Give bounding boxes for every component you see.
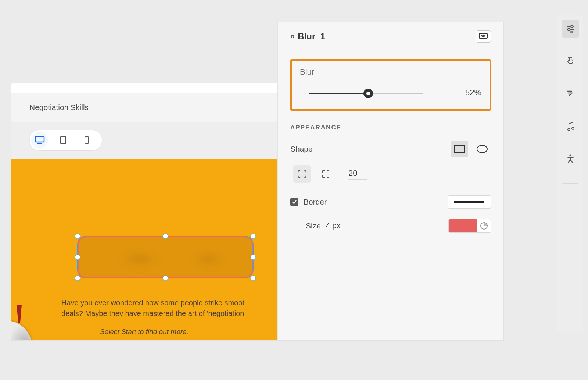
body-line-2: deals? Maybe they have mastered the art … (61, 308, 277, 319)
rectangle-icon (454, 145, 465, 153)
rail-audio-button[interactable] (562, 117, 579, 135)
resize-handle[interactable] (163, 234, 168, 239)
appearance-section-title: APPEARANCE (290, 124, 491, 131)
border-row: Border (290, 195, 491, 209)
resize-handle[interactable] (75, 234, 80, 239)
rail-interactions-button[interactable] (562, 52, 579, 70)
ellipse-icon (477, 145, 488, 153)
shape-options (451, 141, 491, 157)
border-color-well[interactable] (448, 219, 491, 233)
app-frame: Negotiation Skills (11, 22, 503, 340)
blur-slider[interactable] (309, 93, 423, 94)
inspector-panel: « Blur_1 Blur 52% APPEARANCE (277, 22, 503, 340)
svg-rect-3 (61, 136, 66, 144)
color-wheel-icon (480, 222, 488, 230)
blur-slider-thumb[interactable] (363, 89, 373, 98)
corner-radius-value[interactable]: 20 (348, 168, 368, 180)
rail-separator (563, 183, 578, 184)
desktop-icon (35, 136, 45, 145)
blur-slider-fill (309, 93, 368, 94)
inspector-header: « Blur_1 (290, 30, 491, 50)
canvas-title-bar (11, 83, 277, 93)
svg-point-10 (571, 25, 573, 28)
mobile-icon (84, 136, 89, 144)
corner-individual-button[interactable] (317, 165, 334, 183)
tablet-icon (60, 136, 67, 145)
resize-handle[interactable] (75, 255, 80, 260)
shape-ellipse-button[interactable] (473, 141, 491, 157)
resize-handle[interactable] (251, 255, 256, 260)
size-value[interactable]: 4 px (326, 221, 341, 231)
corner-uniform-button[interactable] (293, 165, 311, 183)
shape-rectangle-button[interactable] (451, 141, 468, 157)
resize-handle[interactable] (75, 276, 80, 281)
svg-rect-2 (37, 143, 42, 144)
border-size-row: Size 4 px (290, 219, 491, 233)
rail-properties-button[interactable] (562, 20, 579, 38)
blur-value[interactable]: 52% (458, 88, 481, 99)
svg-point-17 (569, 155, 571, 156)
slide-body-text: Have you ever wondered how some people s… (61, 298, 277, 319)
resize-handle[interactable] (251, 234, 256, 239)
device-desktop-button[interactable] (31, 132, 48, 149)
rail-triggers-button[interactable] (562, 85, 579, 102)
body-line-1: Have you ever wondered how some people s… (61, 298, 277, 308)
right-tool-rail (557, 15, 583, 333)
inspector-title: Blur_1 (298, 31, 325, 42)
border-checkbox[interactable] (290, 198, 298, 206)
size-label: Size (306, 221, 321, 230)
flash-icon (566, 89, 575, 98)
blur-section-highlight: Blur 52% (290, 59, 491, 111)
breadcrumb: Negotiation Skills (11, 93, 277, 122)
svg-point-14 (570, 31, 572, 33)
individual-corners-icon (321, 170, 330, 178)
blur-slider-row: 52% (300, 88, 481, 99)
canvas-column: Negotiation Skills (11, 22, 277, 340)
resize-handle[interactable] (163, 276, 168, 281)
color-swatch[interactable] (449, 219, 477, 232)
back-button[interactable]: « (290, 32, 293, 41)
preview-button[interactable] (476, 30, 491, 43)
rail-accessibility-button[interactable] (562, 149, 579, 167)
shape-label: Shape (290, 145, 313, 153)
blur-label: Blur (300, 67, 481, 77)
canvas-top-spacer (11, 22, 277, 83)
device-tablet-button[interactable] (55, 132, 72, 149)
accessibility-icon (566, 153, 575, 163)
device-toggle-group (29, 130, 102, 150)
resize-handle[interactable] (251, 276, 256, 281)
selection-outline (77, 236, 254, 278)
music-icon (566, 121, 575, 131)
blur-shape-object[interactable] (77, 236, 254, 278)
slide-stage[interactable]: ! Have you ever wondered how some people… (11, 159, 277, 340)
preview-monitor-icon (478, 33, 488, 40)
touch-icon (566, 56, 575, 66)
slide-cta-text: Select Start to find out more. (11, 328, 277, 336)
stroke-style-dropdown[interactable] (448, 195, 491, 209)
device-mobile-button[interactable] (78, 132, 95, 149)
svg-rect-7 (482, 39, 485, 39)
check-icon (292, 199, 297, 205)
color-picker-button[interactable] (477, 219, 491, 232)
corner-radius-row: 20 (290, 165, 491, 183)
svg-rect-0 (35, 136, 44, 142)
shape-row: Shape (290, 141, 491, 157)
stroke-line-icon (454, 201, 484, 203)
device-preview-row (11, 122, 277, 159)
rounded-square-icon (298, 170, 306, 178)
border-label: Border (304, 198, 327, 206)
svg-point-12 (568, 28, 570, 31)
svg-rect-4 (85, 137, 89, 143)
sliders-icon (566, 24, 575, 33)
breadcrumb-text: Negotiation Skills (29, 103, 89, 112)
